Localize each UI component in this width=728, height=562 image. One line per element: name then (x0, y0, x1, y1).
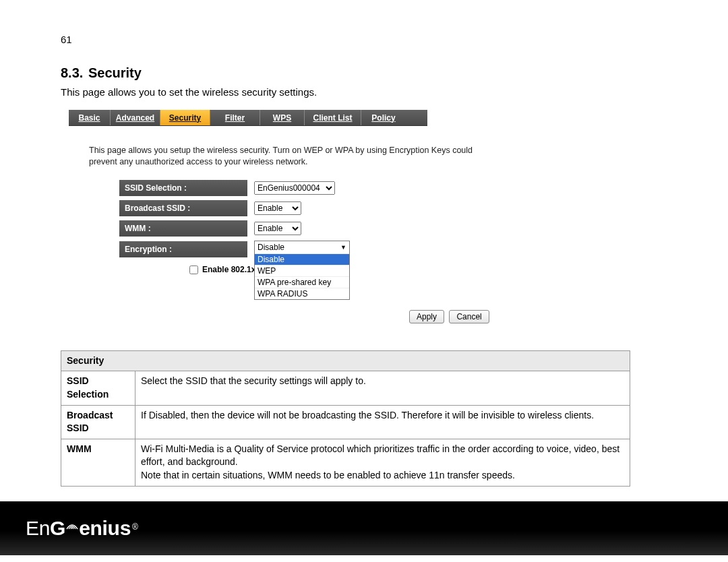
row-val: Select the SSID that the security settin… (135, 371, 630, 405)
row-val: Wi-Fi Multi-Media is a Quality of Servic… (135, 439, 630, 486)
heading-number: 8.3. (61, 65, 83, 80)
label-broadcast-ssid: Broadcast SSID : (119, 200, 247, 216)
select-broadcast[interactable]: Enable (254, 201, 301, 215)
label-wmm: WMM : (119, 220, 247, 237)
logo-en: En (26, 517, 50, 540)
tab-wps[interactable]: WPS (260, 110, 305, 125)
checkbox-8021x[interactable] (189, 266, 198, 274)
engenius-logo: EnG enius® (26, 517, 138, 540)
tab-basic[interactable]: Basic (69, 110, 111, 125)
logo-g: G (50, 517, 65, 540)
tab-client-list[interactable]: Client List (305, 110, 361, 125)
section-heading: 8.3. Security (61, 65, 688, 81)
intro-text: This page allows you to set the wireless… (61, 86, 688, 98)
encryption-option-disable[interactable]: Disable (255, 253, 349, 265)
select-wmm[interactable]: Enable (254, 222, 301, 235)
tab-advanced[interactable]: Advanced (111, 110, 160, 125)
row-encryption: Encryption : Disable ▼ Disable WEP WPA p… (119, 241, 504, 258)
cancel-button[interactable]: Cancel (449, 310, 489, 323)
tab-bar: Basic Advanced Security Filter WPS Clien… (69, 110, 427, 126)
screenshot-intro: This page allows you setup the wireless … (89, 145, 480, 168)
table-row: SSID Selection Select the SSID that the … (61, 371, 630, 405)
logo-rest: enius (79, 517, 131, 540)
apply-button[interactable]: Apply (409, 310, 444, 323)
button-row: Apply Cancel (409, 310, 504, 323)
label-encryption: Encryption : (119, 241, 247, 257)
table-row: WMM Wi-Fi Multi-Media is a Quality of Se… (61, 439, 630, 486)
chevron-down-icon: ▼ (340, 241, 346, 253)
wifi-icon (64, 518, 80, 530)
select-encryption[interactable]: Disable ▼ Disable WEP WPA pre-shared key… (254, 241, 350, 300)
select-ssid[interactable]: EnGenius000004 (254, 181, 335, 195)
row-val: If Disabled, then the device will not be… (135, 405, 630, 439)
row-key: WMM (61, 439, 135, 486)
encryption-option-wpa-psk[interactable]: WPA pre-shared key (255, 276, 349, 288)
config-screenshot: Basic Advanced Security Filter WPS Clien… (69, 110, 507, 323)
heading-text: Security (88, 65, 142, 80)
security-description-table: Security SSID Selection Select the SSID … (61, 350, 630, 487)
label-ssid-selection: SSID Selection : (119, 180, 247, 196)
row-wmm: WMM : Enable (119, 220, 504, 237)
encryption-option-wep[interactable]: WEP (255, 265, 349, 276)
table-row: Broadcast SSID If Disabled, then the dev… (61, 405, 630, 439)
row-broadcast-ssid: Broadcast SSID : Enable (119, 200, 504, 216)
tab-policy[interactable]: Policy (361, 110, 406, 125)
table-header: Security (61, 350, 630, 371)
encryption-option-wpa-radius[interactable]: WPA RADIUS (255, 288, 349, 299)
tab-filter[interactable]: Filter (210, 110, 260, 125)
tab-security[interactable]: Security (160, 110, 210, 125)
page-number: 61 (61, 34, 688, 45)
encryption-current-text: Disable (257, 241, 284, 253)
footer-bar: EnG enius® (0, 501, 728, 555)
row-key: Broadcast SSID (61, 405, 135, 439)
encryption-current[interactable]: Disable ▼ (255, 241, 349, 253)
row-ssid-selection: SSID Selection : EnGenius000004 (119, 180, 504, 196)
row-key: SSID Selection (61, 371, 135, 405)
registered-icon: ® (132, 522, 138, 532)
